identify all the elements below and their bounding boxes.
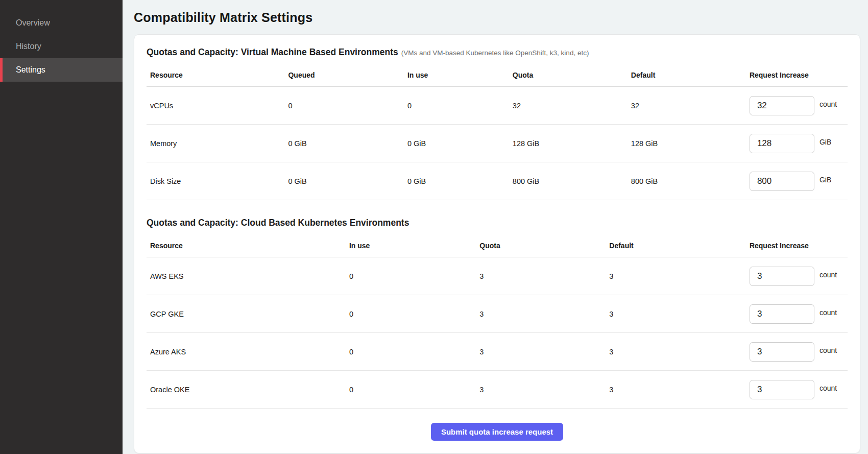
sidebar: Overview History Settings <box>0 0 123 454</box>
default-cell: 3 <box>606 333 746 371</box>
in-use-cell: 0 GiB <box>404 162 509 200</box>
quota-cell: 32 <box>509 87 628 125</box>
in-use-cell: 0 <box>346 333 476 371</box>
queued-cell: 0 <box>284 87 403 125</box>
col-header-resource: Resource <box>147 66 284 87</box>
table-row-aws-eks: AWS EKS 0 3 3 count <box>147 257 848 295</box>
sidebar-item-settings[interactable]: Settings <box>0 58 123 82</box>
unit-label: count <box>819 384 837 392</box>
request-increase-input[interactable] <box>750 304 814 324</box>
default-cell: 128 GiB <box>628 125 746 162</box>
request-increase-input[interactable] <box>750 380 814 399</box>
request-increase-cell: count <box>746 333 848 371</box>
vm-quota-table: Resource Queued In use Quota Default Req… <box>147 66 848 200</box>
resource-cell: vCPUs <box>147 87 284 125</box>
page-title: Compatibility Matrix Settings <box>134 10 860 25</box>
col-header-request-increase: Request Increase <box>746 66 848 87</box>
in-use-cell: 0 <box>346 371 476 409</box>
request-increase-cell: count <box>746 87 848 125</box>
table-row-gcp-gke: GCP GKE 0 3 3 count <box>147 295 848 333</box>
col-header-quota: Quota <box>509 66 628 87</box>
default-cell: 3 <box>606 295 746 333</box>
unit-label: GiB <box>819 176 831 184</box>
col-header-default: Default <box>628 66 746 87</box>
submit-row: Submit quota increase request <box>147 409 848 441</box>
request-increase-cell: count <box>746 295 848 333</box>
request-increase-cell: GiB <box>746 162 848 200</box>
col-header-default: Default <box>606 236 746 257</box>
in-use-cell: 0 <box>404 87 509 125</box>
sidebar-item-history[interactable]: History <box>0 35 123 58</box>
resource-cell: Azure AKS <box>147 333 346 371</box>
col-header-quota: Quota <box>476 236 606 257</box>
cloud-k8s-quota-table: Resource In use Quota Default Request In… <box>147 236 848 409</box>
cloud-table-header-row: Resource In use Quota Default Request In… <box>147 236 848 257</box>
quota-cell: 800 GiB <box>509 162 628 200</box>
request-increase-cell: count <box>746 371 848 409</box>
default-cell: 800 GiB <box>628 162 746 200</box>
resource-cell: Oracle OKE <box>147 371 346 409</box>
submit-quota-increase-button[interactable]: Submit quota increase request <box>431 423 563 441</box>
col-header-in-use: In use <box>346 236 476 257</box>
queued-cell: 0 GiB <box>284 162 403 200</box>
request-increase-cell: count <box>746 257 848 295</box>
in-use-cell: 0 GiB <box>404 125 509 162</box>
unit-label: count <box>819 346 837 354</box>
sidebar-item-overview[interactable]: Overview <box>0 11 123 35</box>
section-title-vm-text: Quotas and Capacity: Virtual Machine Bas… <box>147 47 398 57</box>
table-row-oracle-oke: Oracle OKE 0 3 3 count <box>147 371 848 409</box>
request-increase-input[interactable] <box>750 96 814 115</box>
in-use-cell: 0 <box>346 295 476 333</box>
request-increase-input[interactable] <box>750 134 814 153</box>
col-header-in-use: In use <box>404 66 509 87</box>
quota-cell: 128 GiB <box>509 125 628 162</box>
quota-cell: 3 <box>476 295 606 333</box>
queued-cell: 0 GiB <box>284 125 403 162</box>
unit-label: count <box>819 271 837 279</box>
request-increase-input[interactable] <box>750 342 814 362</box>
request-increase-input[interactable] <box>750 267 814 286</box>
resource-cell: Disk Size <box>147 162 284 200</box>
quota-cell: 3 <box>476 257 606 295</box>
default-cell: 3 <box>606 257 746 295</box>
in-use-cell: 0 <box>346 257 476 295</box>
default-cell: 32 <box>628 87 746 125</box>
unit-label: count <box>819 100 837 108</box>
vm-table-header-row: Resource Queued In use Quota Default Req… <box>147 66 848 87</box>
quota-cell: 3 <box>476 333 606 371</box>
resource-cell: Memory <box>147 125 284 162</box>
col-header-request-increase: Request Increase <box>746 236 848 257</box>
main-content: Compatibility Matrix Settings Quotas and… <box>123 0 868 454</box>
unit-label: GiB <box>819 138 831 146</box>
default-cell: 3 <box>606 371 746 409</box>
resource-cell: AWS EKS <box>147 257 346 295</box>
table-row-vcpus: vCPUs 0 0 32 32 count <box>147 87 848 125</box>
section-cloud-k8s-environments: Quotas and Capacity: Cloud Based Kuberne… <box>147 218 848 409</box>
section-title-cloud-k8s: Quotas and Capacity: Cloud Based Kuberne… <box>147 218 848 228</box>
unit-label: count <box>819 308 837 317</box>
section-title-vm: Quotas and Capacity: Virtual Machine Bas… <box>147 47 848 58</box>
quotas-card: Quotas and Capacity: Virtual Machine Bas… <box>134 34 860 453</box>
resource-cell: GCP GKE <box>147 295 346 333</box>
table-row-disk-size: Disk Size 0 GiB 0 GiB 800 GiB 800 GiB Gi… <box>147 162 848 200</box>
col-header-queued: Queued <box>284 66 403 87</box>
section-title-cloud-k8s-text: Quotas and Capacity: Cloud Based Kuberne… <box>147 218 409 228</box>
table-row-memory: Memory 0 GiB 0 GiB 128 GiB 128 GiB GiB <box>147 125 848 162</box>
section-subtitle-vm: (VMs and VM-based Kubernetes like OpenSh… <box>401 49 589 57</box>
section-vm-environments: Quotas and Capacity: Virtual Machine Bas… <box>147 47 848 200</box>
request-increase-input[interactable] <box>750 172 814 191</box>
quota-cell: 3 <box>476 371 606 409</box>
col-header-resource: Resource <box>147 236 346 257</box>
sidebar-nav: Overview History Settings <box>0 11 123 82</box>
table-row-azure-aks: Azure AKS 0 3 3 count <box>147 333 848 371</box>
request-increase-cell: GiB <box>746 125 848 162</box>
